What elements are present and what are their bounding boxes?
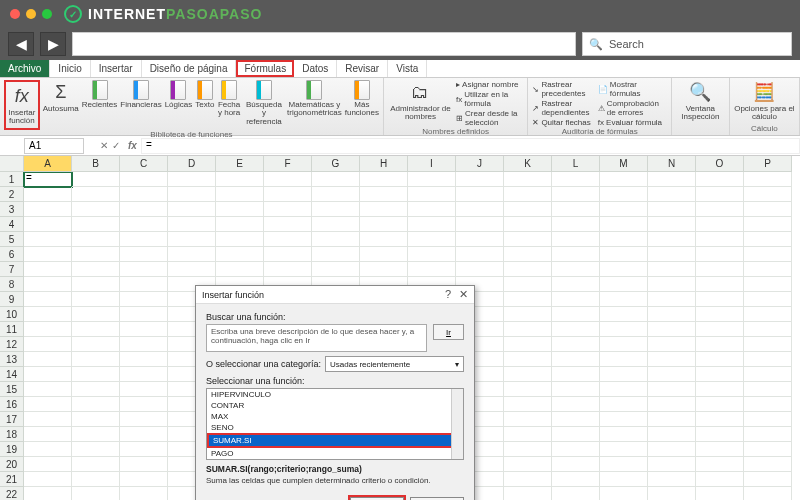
close-window-icon[interactable] [10,9,20,19]
cell[interactable] [408,187,456,202]
cell[interactable] [72,322,120,337]
tab-archivo[interactable]: Archivo [0,60,50,77]
cell[interactable] [648,292,696,307]
dialog-titlebar[interactable]: Insertar función ? ✕ [196,286,474,304]
cell[interactable] [504,187,552,202]
cell[interactable] [72,397,120,412]
cell[interactable] [744,367,792,382]
cell[interactable] [744,307,792,322]
cell[interactable] [72,187,120,202]
cell[interactable] [552,352,600,367]
cell[interactable] [648,187,696,202]
cell[interactable] [744,247,792,262]
cell[interactable] [600,427,648,442]
row-header[interactable]: 10 [0,307,24,322]
cell[interactable] [600,187,648,202]
cell[interactable] [552,382,600,397]
cell[interactable] [648,457,696,472]
scrollbar[interactable] [451,389,463,459]
cell[interactable] [696,337,744,352]
lookup-button[interactable]: Búsqueda y referencia [244,80,284,126]
cell[interactable] [120,382,168,397]
cell[interactable] [552,457,600,472]
column-header[interactable]: A [24,156,72,172]
cell[interactable] [648,382,696,397]
cell[interactable] [120,397,168,412]
function-list-item[interactable]: PAGO [207,448,463,459]
cell[interactable] [552,232,600,247]
row-header[interactable]: 3 [0,202,24,217]
cell[interactable] [72,277,120,292]
confirm-edit-icon[interactable]: ✓ [112,140,120,151]
cell[interactable] [168,232,216,247]
cell[interactable] [216,232,264,247]
category-select[interactable]: Usadas recientemente ▾ [325,356,464,372]
function-list-item[interactable]: HIPERVINCULO [207,389,463,400]
cell[interactable] [120,172,168,187]
cell[interactable] [600,217,648,232]
tab-diseno[interactable]: Diseño de página [142,60,237,77]
cell[interactable] [168,202,216,217]
cell[interactable] [264,172,312,187]
cell[interactable] [120,307,168,322]
cell[interactable] [504,397,552,412]
cell[interactable] [72,412,120,427]
cell[interactable] [696,262,744,277]
cell[interactable] [24,352,72,367]
cell[interactable] [600,292,648,307]
cell[interactable] [120,472,168,487]
name-box[interactable]: A1 [24,138,84,154]
column-header[interactable]: G [312,156,360,172]
cell[interactable] [504,457,552,472]
cell[interactable] [264,202,312,217]
cell[interactable] [120,427,168,442]
cell[interactable] [600,277,648,292]
cell[interactable] [120,232,168,247]
cell[interactable] [600,472,648,487]
cell[interactable] [168,187,216,202]
cell[interactable] [696,232,744,247]
more-button[interactable]: Más funciones [345,80,379,118]
name-manager-button[interactable]: 🗂 Administrador de nombres [388,80,453,122]
cell[interactable] [648,172,696,187]
cell[interactable] [552,487,600,500]
cell[interactable] [360,172,408,187]
cell[interactable] [648,367,696,382]
function-listbox[interactable]: HIPERVINCULOCONTARMAXSENOSUMAR.SIPAGODES… [206,388,464,460]
column-header[interactable]: O [696,156,744,172]
cell[interactable] [360,217,408,232]
cell[interactable] [552,292,600,307]
row-header[interactable]: 7 [0,262,24,277]
cell[interactable] [312,217,360,232]
row-header[interactable]: 11 [0,322,24,337]
cell[interactable] [696,412,744,427]
cell[interactable] [216,172,264,187]
cell[interactable] [552,442,600,457]
cell[interactable] [120,217,168,232]
cell[interactable] [744,427,792,442]
cell[interactable] [600,457,648,472]
cell[interactable] [648,427,696,442]
cell[interactable] [552,187,600,202]
cell[interactable] [648,277,696,292]
cell[interactable] [24,442,72,457]
financial-button[interactable]: Financieras [120,80,161,109]
cell[interactable] [552,397,600,412]
cell[interactable] [696,217,744,232]
cell[interactable] [648,397,696,412]
cell[interactable] [312,232,360,247]
cell[interactable]: = [24,172,72,187]
cell[interactable] [552,262,600,277]
row-header[interactable]: 16 [0,397,24,412]
cell[interactable] [168,247,216,262]
maximize-window-icon[interactable] [42,9,52,19]
cell[interactable] [120,322,168,337]
row-header[interactable]: 13 [0,352,24,367]
row-header[interactable]: 4 [0,217,24,232]
cell[interactable] [408,217,456,232]
cell[interactable] [456,217,504,232]
cell[interactable] [696,307,744,322]
url-bar[interactable] [72,32,576,56]
cell[interactable] [696,367,744,382]
cell[interactable] [216,187,264,202]
